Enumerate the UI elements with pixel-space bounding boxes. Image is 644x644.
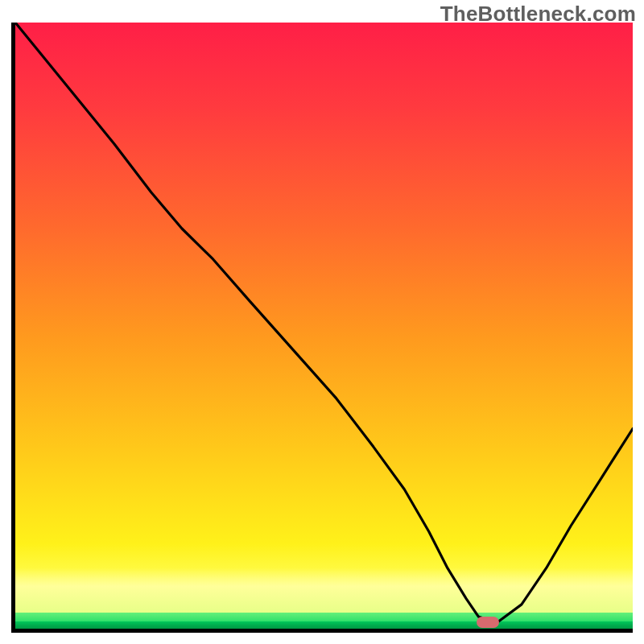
optimal-marker [477,617,499,628]
plot-area [11,23,633,633]
bottleneck-curve [15,23,633,629]
watermark-text: TheBottleneck.com [440,2,636,27]
chart-stage: TheBottleneck.com [0,0,644,644]
